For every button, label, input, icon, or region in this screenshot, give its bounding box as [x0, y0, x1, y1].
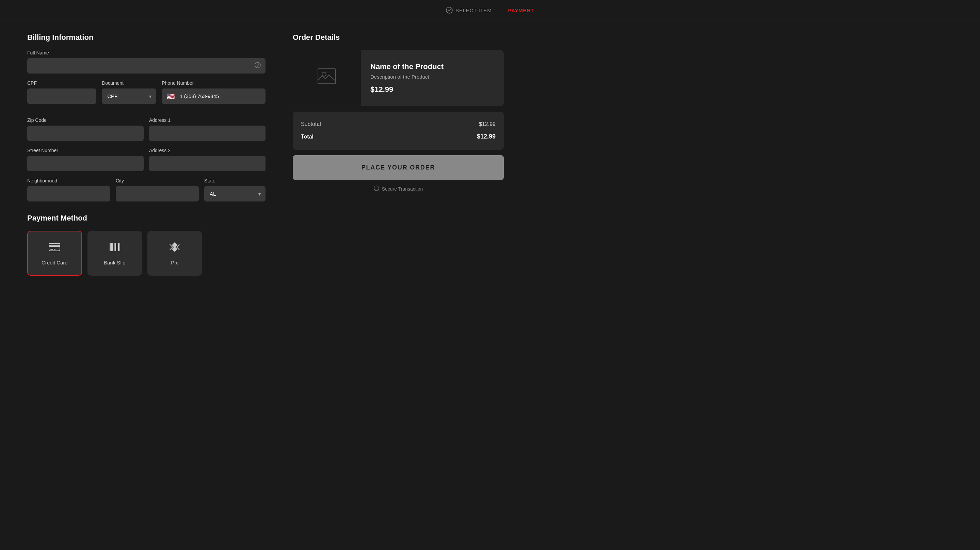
payment-option-pix[interactable]: Pix	[147, 231, 202, 276]
nav-step-select-item-label: SELECT ITEM	[455, 8, 492, 13]
state-label: State	[204, 178, 266, 183]
state-select-wrapper: ALAKAZAR CACOCTDE FLGAHIID ILINIAKS KYLA…	[204, 186, 266, 202]
svg-rect-7	[110, 243, 111, 251]
address2-input[interactable]	[149, 156, 266, 171]
product-description: Description of the Product	[370, 74, 444, 79]
full-name-input[interactable]	[27, 58, 266, 73]
subtotal-label: Subtotal	[301, 121, 321, 127]
cpf-input[interactable]	[27, 89, 96, 104]
product-image	[293, 50, 361, 106]
svg-rect-14	[119, 243, 120, 251]
street-number-label: Street Number	[27, 148, 144, 153]
phone-flag: 🇺🇸	[162, 92, 178, 100]
product-price: $12.99	[370, 85, 444, 94]
svg-rect-4	[49, 245, 60, 247]
address1-input[interactable]	[149, 126, 266, 141]
check-circle-icon	[446, 7, 453, 14]
svg-rect-12	[117, 243, 118, 251]
top-nav: SELECT ITEM PAYMENT	[0, 0, 980, 19]
street-address2-row: Street Number Address 2	[27, 148, 266, 171]
svg-rect-15	[318, 69, 336, 84]
credit-card-icon	[48, 241, 60, 256]
subtotal-row: Subtotal $12.99	[301, 118, 496, 130]
payment-options: Credit Card	[27, 231, 266, 276]
nav-step-select-item[interactable]: SELECT ITEM	[446, 7, 492, 14]
nav-step-payment[interactable]: PAYMENT	[508, 8, 534, 13]
address1-label: Address 1	[149, 118, 266, 123]
state-select[interactable]: ALAKAZAR CACOCTDE FLGAHIID ILINIAKS KYLA…	[204, 186, 266, 202]
order-totals: Subtotal $12.99 Total $12.99	[293, 111, 504, 150]
payment-method-title: Payment Method	[27, 214, 266, 223]
product-info: Name of the Product Description of the P…	[361, 50, 453, 106]
cpf-group: CPF	[27, 80, 96, 104]
payment-option-bank-slip[interactable]: Bank Slip	[88, 231, 142, 276]
zip-code-label: Zip Code	[27, 118, 144, 123]
full-name-label: Full Name	[27, 50, 266, 56]
zip-address1-row: Zip Code Address 1	[27, 118, 266, 141]
subtotal-value: $12.99	[479, 121, 496, 127]
product-name: Name of the Product	[370, 62, 444, 71]
svg-rect-8	[111, 243, 112, 251]
full-name-input-wrapper: ?	[27, 58, 266, 73]
nav-step-payment-label: PAYMENT	[508, 8, 534, 13]
payment-option-credit-card[interactable]: Credit Card	[27, 231, 82, 276]
document-select-wrapper: CPF RG CNH ▾	[102, 89, 156, 104]
document-select[interactable]: CPF RG CNH	[102, 89, 156, 104]
right-column: Order Details Name of the Product Descri…	[293, 33, 504, 536]
neighborhood-city-state-row: Neighborhood City State ALAKAZAR CACOCTD…	[27, 178, 266, 202]
total-row: Total $12.99	[301, 130, 496, 143]
street-number-group: Street Number	[27, 148, 144, 171]
place-order-button[interactable]: PLACE YOUR ORDER	[293, 155, 504, 180]
zip-code-input[interactable]	[27, 126, 144, 141]
secure-transaction: Secure Transaction	[293, 186, 504, 192]
credit-card-label: Credit Card	[41, 260, 68, 265]
neighborhood-label: Neighborhood	[27, 178, 110, 183]
svg-rect-9	[112, 243, 113, 251]
order-details-title: Order Details	[293, 33, 504, 42]
billing-section-title: Billing Information	[27, 33, 266, 42]
pix-icon	[169, 241, 181, 256]
neighborhood-group: Neighborhood	[27, 178, 110, 202]
product-row: Name of the Product Description of the P…	[293, 50, 504, 106]
address2-label: Address 2	[149, 148, 266, 153]
street-number-input[interactable]	[27, 156, 144, 171]
svg-rect-6	[54, 249, 56, 250]
address2-group: Address 2	[149, 148, 266, 171]
city-group: City	[116, 178, 199, 202]
document-group: Document CPF RG CNH ▾	[102, 80, 156, 104]
city-input[interactable]	[116, 186, 199, 202]
order-details-card: Name of the Product Description of the P…	[293, 50, 504, 106]
neighborhood-input[interactable]	[27, 186, 110, 202]
secure-label: Secure Transaction	[382, 186, 423, 192]
lock-icon	[374, 186, 379, 192]
phone-label: Phone Number	[162, 80, 266, 86]
pix-label: Pix	[171, 260, 178, 265]
cpf-row: CPF Document CPF RG CNH ▾ Phone Number 🇺…	[27, 80, 266, 111]
phone-input[interactable]	[178, 89, 266, 104]
total-label: Total	[301, 134, 313, 140]
state-group: State ALAKAZAR CACOCTDE FLGAHIID ILINIAK…	[204, 178, 266, 202]
main-content: Billing Information Full Name ? CPF	[0, 19, 980, 550]
total-value: $12.99	[477, 133, 496, 140]
full-name-group: Full Name ?	[27, 50, 266, 73]
zip-code-group: Zip Code	[27, 118, 144, 141]
document-label: Document	[102, 80, 156, 86]
left-column: Billing Information Full Name ? CPF	[27, 33, 266, 536]
payment-method-section: Payment Method Credit Card	[27, 214, 266, 276]
svg-point-0	[446, 7, 452, 13]
phone-input-wrapper: 🇺🇸	[162, 89, 266, 104]
svg-rect-5	[50, 249, 53, 250]
svg-rect-13	[118, 243, 119, 251]
barcode-icon	[108, 241, 121, 256]
phone-group: Phone Number 🇺🇸	[162, 80, 266, 104]
address1-group: Address 1	[149, 118, 266, 141]
svg-rect-11	[115, 243, 116, 251]
cpf-label: CPF	[27, 80, 96, 86]
city-label: City	[116, 178, 199, 183]
product-image-placeholder-icon	[317, 66, 337, 91]
svg-rect-10	[114, 243, 115, 251]
bank-slip-label: Bank Slip	[104, 260, 125, 265]
svg-point-17	[374, 186, 379, 191]
svg-point-16	[322, 72, 326, 76]
